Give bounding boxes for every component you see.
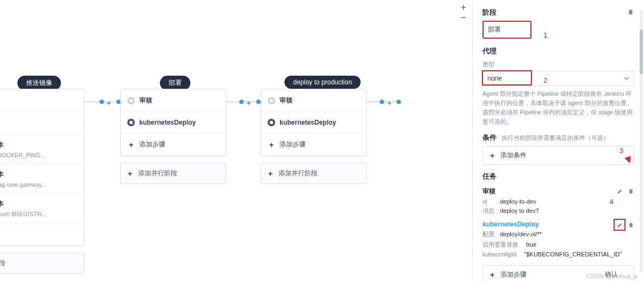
k8s-icon — [127, 119, 135, 126]
add-step-deploy[interactable]: + 添加步骤 — [121, 133, 226, 156]
add-stage-icon[interactable]: + — [246, 99, 251, 107]
step-k8s-deploy[interactable]: kubernetesDeploy — [121, 112, 226, 133]
step-container[interactable]: 定容器 — [0, 89, 84, 112]
step-shell-3[interactable]: shell 脚本 t docker push $REGISTR... — [0, 194, 84, 223]
plus-icon: + — [488, 271, 496, 279]
agent-help-text: Agent 部分指定整个 Pipeline 或特定阶段将在 Jenkins 环境… — [482, 89, 634, 126]
k8s-icon — [268, 119, 275, 126]
step-shell-1[interactable]: shell 脚本 t echo "$DOCKER_PWD... — [0, 135, 84, 164]
connector-node — [239, 100, 244, 104]
task-review[interactable]: 审核 iddeploy-to-dev 消息deploy to dev? — [482, 187, 634, 215]
trash-icon[interactable] — [627, 8, 634, 17]
trash-icon[interactable] — [628, 222, 634, 228]
connector-node — [380, 100, 384, 104]
step-review-prod[interactable]: 审核 — [261, 89, 366, 112]
connector-node — [256, 100, 261, 104]
zoom-in-icon[interactable]: + — [458, 3, 469, 13]
add-parallel-push[interactable]: 加并行阶段 — [0, 253, 84, 274]
task-k8s-deploy[interactable]: kubernetesDeploy 配置deploy/dev-ol/** 启用变量… — [482, 220, 634, 258]
stage-header-prod[interactable]: deploy to production — [284, 76, 361, 89]
add-stage-icon[interactable]: + — [387, 99, 392, 107]
stage-card-prod: 审核 kubernetesDeploy + 添加步骤 — [261, 89, 367, 156]
zoom-out-icon[interactable]: − — [458, 13, 469, 22]
step-k8s-prod[interactable]: kubernetesDeploy — [261, 112, 366, 133]
annotation-1: 1 — [543, 31, 547, 39]
radio-icon — [127, 97, 135, 105]
trash-icon[interactable] — [628, 188, 634, 194]
plus-icon: + — [127, 140, 135, 149]
step-add-cred[interactable]: 添加凭证 — [0, 112, 84, 135]
section-conditions: 条件 执行当前阶段所需要满足的条件（可选） — [482, 132, 634, 143]
scrollbar[interactable] — [640, 10, 643, 272]
connector-node — [397, 100, 401, 104]
zoom-controls: + − — [458, 3, 469, 22]
section-stage: 阶段 — [482, 8, 634, 17]
plus-icon: + — [267, 169, 274, 178]
add-step-push[interactable]: 加步骤 — [0, 223, 84, 246]
add-condition-button[interactable]: + 添加条件 — [482, 146, 634, 165]
connector-node — [100, 100, 104, 104]
stage-config-panel: 阶段 部署 1 代理 类型 none 2 Agent 部分指定整个 Pipeli… — [472, 0, 644, 282]
stage-card-push: 定容器 添加凭证 shell 脚本 t echo "$DOCKER_PWD...… — [0, 89, 84, 246]
pipeline-canvas[interactable]: + − 推送镜像 定容器 添加凭证 shell 脚本 t echo "$DOCK… — [0, 0, 472, 282]
plus-icon: + — [126, 169, 134, 178]
plus-icon: + — [488, 151, 496, 160]
stage-header-push[interactable]: 推送镜像 — [17, 76, 61, 90]
step-review-deploy[interactable]: 审核 — [121, 89, 226, 112]
edit-icon[interactable] — [617, 188, 623, 194]
add-stage-icon[interactable]: + — [107, 99, 111, 107]
stage-name-input[interactable]: 部署 — [482, 21, 531, 39]
stage-header-deploy[interactable]: 部署 — [160, 76, 190, 90]
stage-card-deploy: 审核 kubernetesDeploy + 添加步骤 — [120, 89, 226, 156]
add-parallel-deploy[interactable]: + 添加并行阶段 — [120, 163, 226, 184]
chevron-down-icon — [624, 76, 629, 81]
agent-type-select[interactable]: none — [482, 71, 634, 86]
section-agent: 代理 — [482, 46, 634, 56]
plus-icon: + — [268, 140, 275, 149]
radio-icon — [268, 97, 275, 105]
add-parallel-prod[interactable]: + 添加并行阶段 — [261, 163, 367, 184]
watermark: CSDN @xinhua_a — [586, 273, 637, 279]
step-shell-2[interactable]: shell 脚本 t docker tag isee-gateway... — [0, 164, 84, 194]
section-tasks: 任务 — [482, 171, 634, 181]
add-step-prod[interactable]: + 添加步骤 — [261, 133, 366, 156]
type-label: 类型 — [482, 60, 634, 69]
